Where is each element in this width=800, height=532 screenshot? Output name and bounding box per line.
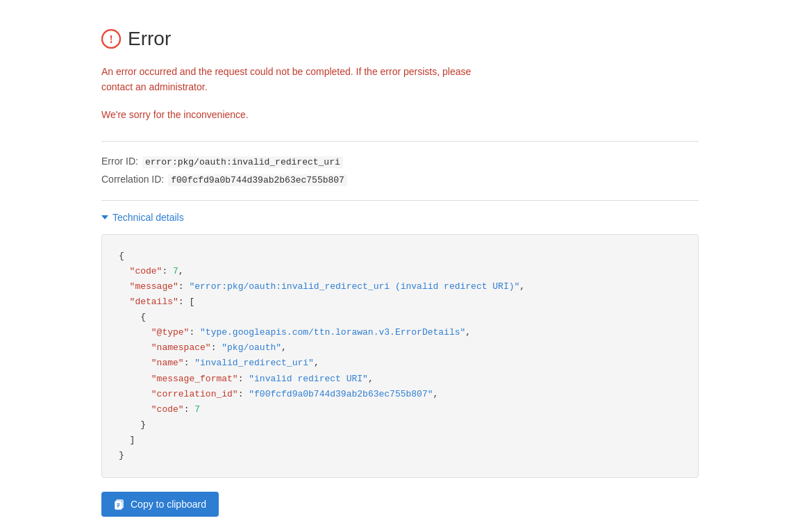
svg-text:!: ! [109,33,113,46]
chevron-down-icon [101,215,108,219]
correlation-id-value: f00fcfd9a0b744d39ab2b63ec755b807 [168,174,347,186]
technical-details-label: Technical details [112,212,184,223]
correlation-id-row: Correlation ID: f00fcfd9a0b744d39ab2b63e… [101,174,699,186]
copy-to-clipboard-button[interactable]: Copy to clipboard [101,492,219,517]
clipboard-icon [114,499,125,510]
apology-text: We're sorry for the inconvenience. [101,109,699,120]
error-header: ! Error [101,28,699,50]
correlation-id-label: Correlation ID: [101,174,164,185]
error-id-row: Error ID: error:pkg/oauth:invalid_redire… [101,156,699,168]
page-title: Error [128,28,171,50]
technical-details-toggle[interactable]: Technical details [101,212,184,223]
error-ids-section: Error ID: error:pkg/oauth:invalid_redire… [101,156,699,186]
technical-details-code: { "code": 7, "message": "error:pkg/oauth… [101,234,699,478]
divider-bottom [101,200,699,201]
error-circle-icon: ! [101,29,121,49]
copy-button-label: Copy to clipboard [131,499,206,510]
error-id-label: Error ID: [101,156,138,167]
divider-top [101,141,699,142]
error-description-line1: An error occurred and the request could … [101,64,699,95]
page-container: ! Error An error occurred and the reques… [101,28,699,517]
error-id-value: error:pkg/oauth:invalid_redirect_uri [142,156,343,168]
